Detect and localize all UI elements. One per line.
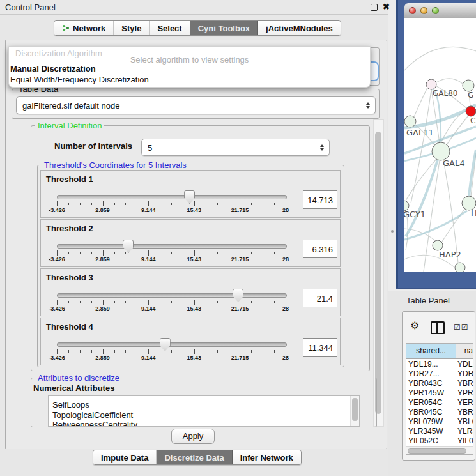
network-edge[interactable] [469,150,476,197]
network-node[interactable] [404,116,416,127]
settings-scrollbar-thumb[interactable] [375,132,381,414]
network-node[interactable] [466,106,476,116]
table-row[interactable]: YLR345WYLR3 [406,427,473,436]
network-window-titlebar[interactable] [404,3,476,19]
attributes-list-scrollbar[interactable] [350,396,359,426]
control-panel-titlebar: Control Panel ✖ [0,0,388,15]
tick-mark [194,201,195,206]
zoom-traffic-light[interactable] [432,7,439,14]
column-header-name[interactable]: na [456,344,473,358]
split-pane-divider-handle[interactable] [391,230,394,233]
table-panel: Table Panel ⚙ ☑☑ shared... na YDL19...YD… [388,291,476,476]
tab-infer-network[interactable]: Infer Network [233,450,301,464]
network-view-canvas[interactable]: GAL80GCGAL11GAL4GCY1HHAP2 [404,18,476,272]
tick-mark [240,250,240,256]
network-node[interactable] [433,240,443,250]
close-icon[interactable]: ✖ [383,2,390,12]
table-data-combobox[interactable]: galFiltered.sif default node [16,96,376,114]
threshold-1-slider-track[interactable] [57,195,287,199]
algorithm-option-equal-width[interactable]: Equal Width/Frequency Discretization [10,75,149,84]
attribute-list-item[interactable]: SelfLoops [49,396,359,410]
threshold-4-slider-track[interactable] [57,342,287,347]
close-traffic-light[interactable] [409,7,416,14]
threshold-4-slider-thumb[interactable] [160,338,171,351]
tab-discretize-data[interactable]: Discretize Data [157,450,232,464]
tick-mark [114,203,115,205]
attributes-list-scrollbar-thumb[interactable] [352,398,358,421]
network-edge[interactable] [436,79,463,84]
tick-mark [57,300,58,305]
table-row[interactable]: YBR045CYBR0 [406,408,473,417]
table-row[interactable]: YPR145WYPR1 [406,388,473,398]
algorithm-option-manual[interactable]: Manual Discretization [10,64,96,73]
cell-name: YDL1 [457,360,473,369]
tick-mark [68,203,69,205]
column-selector-icon[interactable] [431,321,445,334]
network-node[interactable] [426,79,436,89]
threshold-3-slider-thumb[interactable] [233,289,243,302]
threshold-1-slider-thumb[interactable] [184,190,195,204]
control-panel-tab-bar: Network Style Select Cyni Toolbox jActiv… [54,20,341,36]
threshold-2-box: Threshold 2 -3.4262.8599.14415.4321.7152… [40,219,341,267]
tick-mark [137,350,137,353]
tick-label: 2.859 [95,207,110,213]
network-graph: GAL80GCGAL11GAL4GCY1HHAP2 [404,18,476,272]
threshold-2-slider-thumb[interactable] [123,240,134,253]
table-row[interactable]: YER054CYER0 [406,398,473,408]
tick-label: 15.43 [187,355,202,361]
network-edge[interactable] [404,47,476,70]
tick-mark [206,203,206,205]
float-window-icon[interactable] [371,4,378,11]
cell-shared-name: YBR045C [408,408,454,417]
network-edge[interactable] [443,160,458,263]
tick-mark [57,349,58,354]
cell-name: YBR0 [457,408,473,417]
node-table-panel: ⚙ ☑☑ shared... na YDL19...YDL1YDR27...YD… [402,311,475,461]
table-row[interactable]: YIL052CYIL0 [406,436,473,446]
threshold-1-box: Threshold 1 -3.4262.8599.14415.4321.7152… [40,170,341,218]
network-edge[interactable] [442,208,465,242]
tick-mark [229,350,229,353]
algorithm-placeholder: Select algorithm to view settings [9,55,370,65]
gear-icon[interactable]: ⚙ [410,319,419,332]
combobox-arrows-icon [366,102,370,109]
tick-mark [160,203,160,205]
tab-impute-data[interactable]: Impute Data [93,450,157,464]
apply-button[interactable]: Apply [171,429,215,444]
table-horizontal-scrollbar-thumb[interactable] [408,448,466,454]
network-edge[interactable] [414,88,427,117]
table-row[interactable]: YDL19...YDL1 [406,360,473,369]
tab-style[interactable]: Style [114,21,150,35]
network-node[interactable] [432,142,450,160]
table-row[interactable]: YBR043CYBR0 [406,379,473,388]
attribute-list-item[interactable]: TopologicalCoefficient [49,410,359,420]
table-row[interactable]: YDR27...YDR2 [406,369,473,379]
minimize-traffic-light[interactable] [420,7,427,14]
network-node[interactable] [463,80,474,91]
tick-mark [114,301,115,303]
network-node[interactable] [455,263,465,272]
tick-mark [183,203,183,205]
tab-cyni-toolbox[interactable]: Cyni Toolbox [190,21,258,35]
tick-mark [274,203,275,205]
table-horizontal-scrollbar[interactable] [406,446,473,454]
select-checkboxes-icon[interactable]: ☑☑ [454,323,469,332]
tab-jactivemnodules[interactable]: jActiveMNodules [258,21,341,35]
threshold-1-value-field[interactable]: 14.713 [303,190,337,209]
cyni-bottom-tab-bar: Impute Data Discretize Data Infer Networ… [93,450,302,465]
threshold-4-value-field[interactable]: 11.344 [303,338,337,357]
numerical-attributes-list[interactable]: SelfLoopsTopologicalCoefficientBetweenne… [48,395,360,427]
threshold-2-value-field[interactable]: 6.316 [303,240,337,258]
table-row[interactable]: YBL079WYBL0 [406,417,473,427]
tab-network[interactable]: Network [54,21,114,35]
tick-label: 28 [282,305,289,312]
tab-select[interactable]: Select [150,21,190,35]
threshold-3-value-field[interactable]: 21.4 [303,289,337,307]
threshold-3-slider-track[interactable] [57,293,287,298]
threshold-2-slider-track[interactable] [57,244,287,249]
column-header-shared-name[interactable]: shared... [406,344,456,358]
network-edge[interactable] [406,160,438,236]
number-of-intervals-combobox[interactable]: 5 [141,139,330,156]
tab-jactivemnodules-label: jActiveMNodules [266,24,333,33]
tick-label: 9.144 [141,355,156,361]
